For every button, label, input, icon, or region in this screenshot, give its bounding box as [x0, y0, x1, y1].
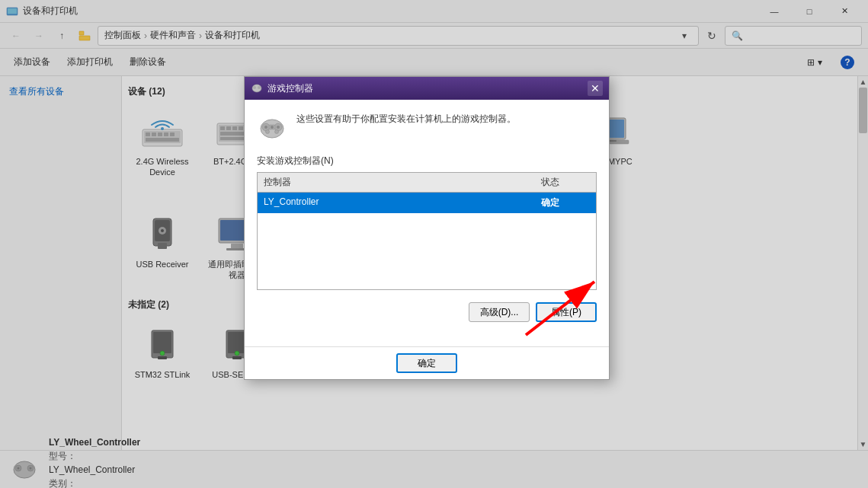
dialog-title-bar: 游戏控制器 ✕ [245, 77, 609, 100]
dialog-action-row: 高级(D)... 属性(P) [257, 302, 597, 322]
dialog-title-icon [251, 82, 263, 94]
game-controller-dialog: 游戏控制器 ✕ 这些设置有助于你配置安装在计算机上的游戏控制器。 [244, 76, 610, 380]
col-status: 状态 [535, 173, 596, 192]
controller-table-header: 控制器 状态 [258, 173, 596, 193]
svg-point-74 [258, 86, 261, 89]
controller-list: 控制器 状态 LY_Controller 确定 [257, 172, 597, 290]
dialog-info-text: 这些设置有助于你配置安装在计算机上的游戏控制器。 [296, 112, 516, 126]
svg-point-79 [277, 126, 280, 129]
controller-table-row[interactable]: LY_Controller 确定 [258, 193, 596, 213]
col-controller: 控制器 [258, 173, 535, 192]
svg-point-73 [253, 86, 256, 89]
dialog-title-text: 游戏控制器 [267, 82, 588, 95]
dialog-close-button[interactable]: ✕ [588, 81, 603, 96]
controller-table-empty [258, 213, 596, 289]
controller-row-status: 确定 [535, 193, 596, 213]
svg-point-81 [271, 126, 274, 129]
dialog-footer: 确定 [245, 346, 609, 379]
svg-point-83 [275, 130, 279, 134]
properties-button[interactable]: 属性(P) [536, 302, 597, 322]
dialog-body: 这些设置有助于你配置安装在计算机上的游戏控制器。 安装游戏控制器(N) 控制器 … [245, 100, 609, 346]
dialog-list-title: 安装游戏控制器(N) [257, 155, 597, 167]
dialog-info-icon [257, 112, 287, 142]
advanced-button[interactable]: 高级(D)... [469, 302, 530, 322]
svg-point-82 [266, 130, 270, 134]
controller-row-name: LY_Controller [258, 193, 535, 213]
dialog-info-section: 这些设置有助于你配置安装在计算机上的游戏控制器。 [257, 112, 597, 142]
svg-point-78 [264, 126, 267, 129]
ok-button[interactable]: 确定 [396, 353, 457, 373]
dialog-list-section: 安装游戏控制器(N) 控制器 状态 LY_Controller 确定 [257, 155, 597, 290]
